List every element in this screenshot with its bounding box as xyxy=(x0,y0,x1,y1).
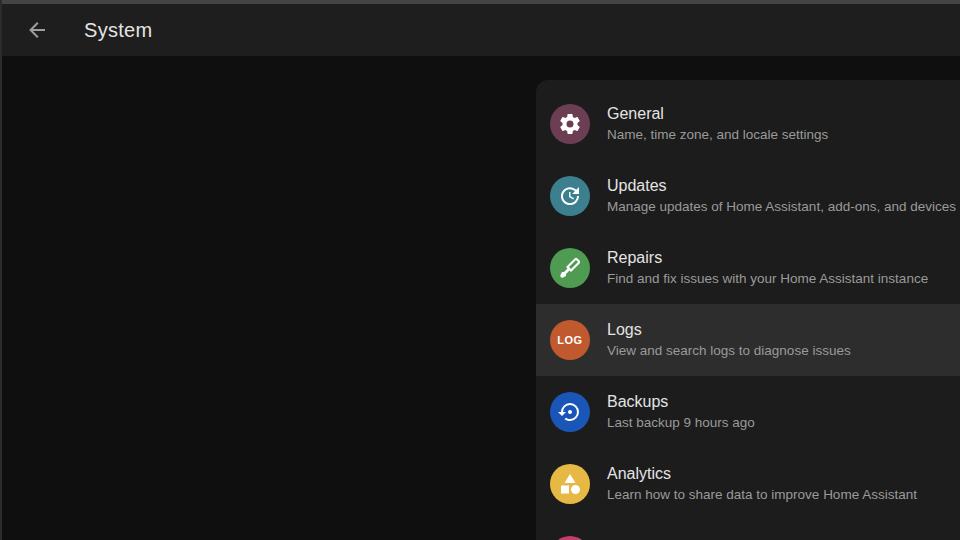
shape-icon xyxy=(550,464,590,504)
menu-item-title: Repairs xyxy=(607,248,928,268)
menu-item-title: Backups xyxy=(607,392,755,412)
cog-icon xyxy=(550,104,590,144)
partial-item-icon xyxy=(550,536,590,540)
menu-item-title: Updates xyxy=(607,176,956,196)
backup-restore-icon xyxy=(550,392,590,432)
menu-item-description: Name, time zone, and locale settings xyxy=(607,126,828,144)
menu-item-text: RepairsFind and fix issues with your Hom… xyxy=(607,248,928,288)
menu-item-analytics[interactable]: AnalyticsLearn how to share data to impr… xyxy=(536,448,960,520)
screwdriver-icon xyxy=(550,248,590,288)
back-button[interactable] xyxy=(24,17,50,43)
menu-item-updates[interactable]: UpdatesManage updates of Home Assistant,… xyxy=(536,160,960,232)
update-icon xyxy=(550,176,590,216)
system-settings-card: GeneralName, time zone, and locale setti… xyxy=(536,80,960,540)
menu-item-title: Logs xyxy=(607,320,851,340)
menu-item-partial[interactable] xyxy=(536,520,960,540)
menu-item-backups[interactable]: BackupsLast backup 9 hours ago xyxy=(536,376,960,448)
log-icon: LOG xyxy=(550,320,590,360)
menu-item-text: BackupsLast backup 9 hours ago xyxy=(607,392,755,432)
menu-item-text: LogsView and search logs to diagnose iss… xyxy=(607,320,851,360)
menu-item-logs[interactable]: LOGLogsView and search logs to diagnose … xyxy=(536,304,960,376)
log-icon-text: LOG xyxy=(557,334,582,346)
menu-item-description: View and search logs to diagnose issues xyxy=(607,342,851,360)
menu-item-title: General xyxy=(607,104,828,124)
menu-item-description: Learn how to share data to improve Home … xyxy=(607,486,917,504)
menu-item-text: GeneralName, time zone, and locale setti… xyxy=(607,104,828,144)
page-title: System xyxy=(84,19,152,42)
arrow-left-icon xyxy=(25,18,49,42)
window-left-border xyxy=(0,0,2,540)
app-toolbar: System xyxy=(0,4,960,56)
menu-item-title: Analytics xyxy=(607,464,917,484)
menu-item-text: UpdatesManage updates of Home Assistant,… xyxy=(607,176,956,216)
system-settings-menu: GeneralName, time zone, and locale setti… xyxy=(536,88,960,540)
menu-item-text: AnalyticsLearn how to share data to impr… xyxy=(607,464,917,504)
menu-item-repairs[interactable]: RepairsFind and fix issues with your Hom… xyxy=(536,232,960,304)
menu-item-general[interactable]: GeneralName, time zone, and locale setti… xyxy=(536,88,960,160)
menu-item-description: Manage updates of Home Assistant, add-on… xyxy=(607,198,956,216)
menu-item-description: Last backup 9 hours ago xyxy=(607,414,755,432)
window-top-border xyxy=(0,0,960,4)
menu-item-description: Find and fix issues with your Home Assis… xyxy=(607,270,928,288)
